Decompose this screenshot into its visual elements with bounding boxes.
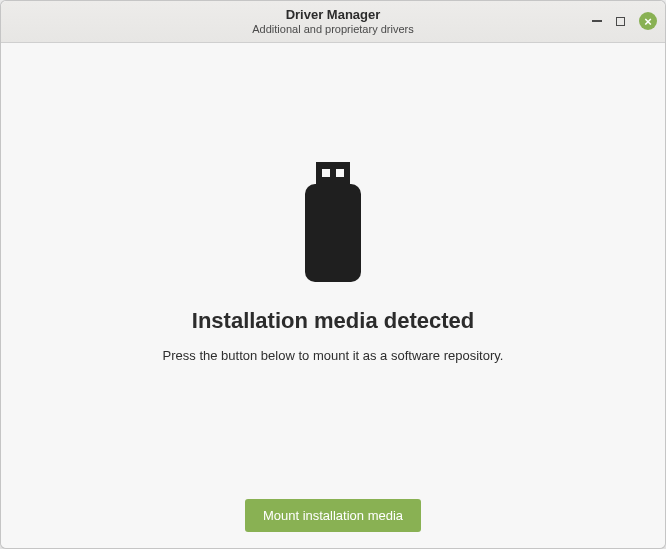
maximize-button[interactable] xyxy=(616,17,625,26)
svg-rect-2 xyxy=(336,169,344,177)
mount-installation-media-button[interactable]: Mount installation media xyxy=(245,499,421,532)
driver-manager-window: Driver Manager Additional and proprietar… xyxy=(0,0,666,549)
minimize-button[interactable] xyxy=(592,20,602,22)
window-title: Driver Manager xyxy=(286,7,381,23)
maximize-icon xyxy=(616,17,625,26)
footer: Mount installation media xyxy=(1,483,665,548)
svg-rect-3 xyxy=(305,184,361,282)
svg-rect-1 xyxy=(322,169,330,177)
window-subtitle: Additional and proprietary drivers xyxy=(252,23,413,36)
svg-rect-0 xyxy=(316,162,350,184)
title-text-block: Driver Manager Additional and proprietar… xyxy=(11,7,655,36)
content-description: Press the button below to mount it as a … xyxy=(163,348,504,363)
minimize-icon xyxy=(592,20,602,22)
window-controls: × xyxy=(592,12,657,30)
main-content: Installation media detected Press the bu… xyxy=(1,43,665,483)
usb-drive-icon xyxy=(298,162,368,286)
close-icon: × xyxy=(639,12,657,30)
content-heading: Installation media detected xyxy=(192,308,474,334)
close-button[interactable]: × xyxy=(639,12,657,30)
titlebar: Driver Manager Additional and proprietar… xyxy=(1,1,665,43)
